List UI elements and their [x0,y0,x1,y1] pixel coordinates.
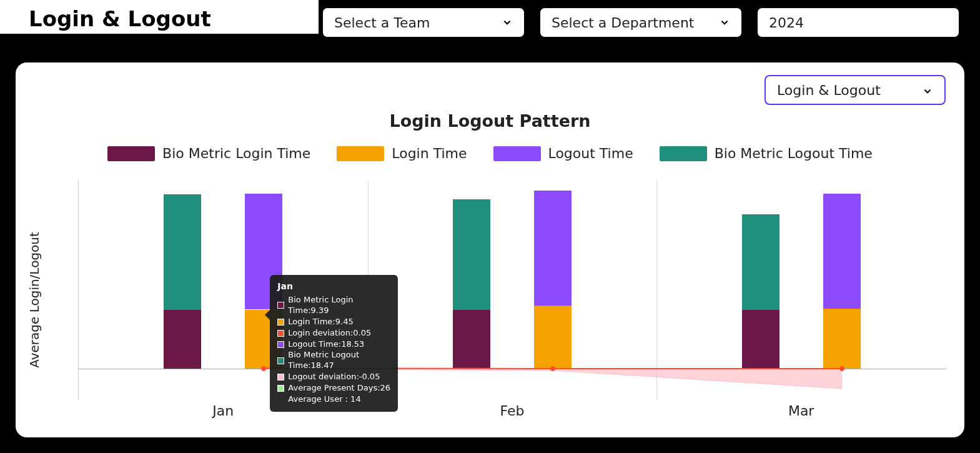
tooltip-row: Logout Time:18.53 [277,339,390,350]
line-marker [261,366,266,371]
tooltip-row: Logout deviation:-0.05 [277,372,390,382]
tooltip-footer: Average User : 14 [277,394,390,405]
metric-select-label: Login & Logout [777,82,881,98]
top-bar: Login & Logout Select a Team Select a De… [0,0,980,50]
tooltip-swatch [277,385,284,392]
tooltip-label: Bio Metric Logout Time:18.47 [288,350,390,371]
legend-swatch [493,146,541,161]
legend-swatch [337,146,384,161]
y-tick: 15 [0,269,72,281]
y-tick: -5 [0,394,72,406]
year-input[interactable]: 2024 [757,7,959,37]
filter-bar: Select a Team Select a Department 2024 [322,7,959,37]
tooltip-title: Jan [277,281,390,291]
x-tick-label: Mar [788,403,814,419]
tooltip-row: Login deviation:0.05 [277,328,390,339]
tooltip-label: Logout deviation:-0.05 [288,372,380,382]
y-tick: 0 [0,363,72,374]
tooltip-label: Login deviation:0.05 [288,328,371,339]
y-tick: 10 [0,301,72,312]
chart-tooltip: JanBio Metric Login Time:9.39Login Time:… [270,275,398,412]
tooltip-swatch [277,319,284,326]
chart-card: Login & Logout Login Logout Pattern Bio … [16,62,964,437]
tooltip-label: Bio Metric Login Time:9.39 [288,295,390,316]
year-input-value: 2024 [769,15,804,31]
y-tick: 20 [0,238,72,249]
page-title-container: Login & Logout [0,0,319,34]
tooltip-row: Login Time:9.45 [277,317,390,327]
x-tick-label: Jan [212,403,234,419]
tooltip-swatch [277,374,284,381]
tooltip-swatch [277,302,284,309]
legend-item-bio-logout[interactable]: Bio Metric Logout Time [660,146,873,161]
tooltip-label: Login Time:9.45 [288,317,353,327]
y-tick: 25 [0,207,72,218]
tooltip-row: Bio Metric Logout Time:18.47 [277,350,390,371]
legend-item-login[interactable]: Login Time [337,146,467,161]
x-tick-label: Feb [500,403,525,419]
line-marker [839,366,844,371]
department-select[interactable]: Select a Department [540,7,742,37]
tooltip-swatch [277,330,284,337]
overlay-svg [79,181,946,400]
chart-title: Login Logout Pattern [27,111,953,131]
legend-label: Logout Time [548,146,633,161]
page-title: Login & Logout [29,6,211,31]
plot-region[interactable]: -5051015202530JanFebMarJanBio Metric Log… [78,181,946,400]
chart-legend: Bio Metric Login Time Login Time Logout … [27,146,953,161]
tooltip-row: Bio Metric Login Time:9.39 [277,295,390,316]
metric-select[interactable]: Login & Logout [765,75,946,105]
tooltip-label: Average Present Days:26 [288,383,390,394]
legend-swatch [107,146,155,161]
legend-label: Login Time [392,146,467,161]
legend-label: Bio Metric Login Time [162,146,310,161]
chevron-down-icon [502,17,513,28]
team-select[interactable]: Select a Team [322,7,525,37]
tooltip-swatch [277,357,284,364]
tooltip-swatch [277,341,284,348]
y-tick: 30 [0,176,72,187]
line-marker [550,366,555,371]
legend-item-logout[interactable]: Logout Time [493,146,633,161]
department-select-label: Select a Department [552,15,694,31]
tooltip-label: Logout Time:18.53 [288,339,364,350]
legend-swatch [660,146,707,161]
tooltip-row: Average Present Days:26 [277,383,390,394]
y-tick: 5 [0,332,72,343]
team-select-label: Select a Team [334,15,430,31]
legend-item-bio-login[interactable]: Bio Metric Login Time [107,146,310,161]
chevron-down-icon [719,17,730,28]
chevron-down-icon [922,84,933,96]
chart-area: Average Login/Logout -5051015202530JanFe… [52,181,946,419]
y-axis-label: Average Login/Logout [27,232,42,368]
legend-label: Bio Metric Logout Time [715,146,873,161]
